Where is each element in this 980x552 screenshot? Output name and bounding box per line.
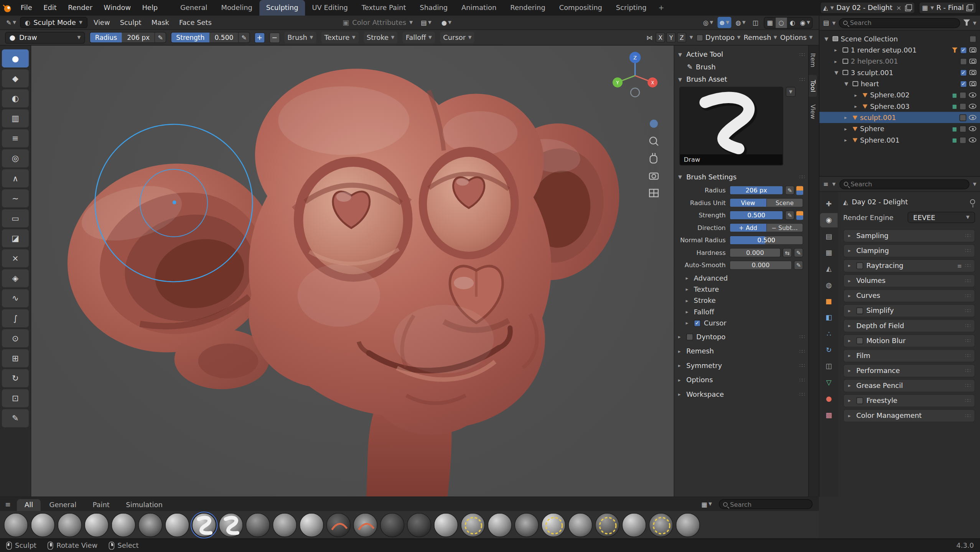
properties-tab[interactable]: ▽ [820, 375, 838, 389]
hide-eye-icon[interactable] [969, 126, 977, 131]
brush-selector-dropdown[interactable]: ● Draw ▼ [5, 31, 85, 43]
dyntopo-dropdown[interactable]: Dyntopo▼ [696, 33, 741, 41]
disclosure-triangle-icon[interactable] [824, 36, 830, 42]
topbar-menu-item[interactable]: Render [63, 0, 98, 16]
panel-header[interactable]: ▸Remesh∷∷ [674, 345, 808, 358]
properties-tab[interactable]: ▦ [820, 245, 838, 260]
brush-thumbnail[interactable] [326, 513, 351, 537]
direction-subtract-button[interactable]: − [269, 32, 280, 43]
3d-viewport[interactable]: Z Y X [31, 46, 674, 497]
exclude-checkbox[interactable] [959, 114, 966, 121]
tool-settings-dropdown[interactable]: Texture▼ [321, 32, 358, 43]
active-tool-section-header[interactable]: ▼Active Tool∷∷ [674, 48, 808, 61]
sculpt-tool-button[interactable]: ◎ [2, 149, 29, 167]
exclude-checkbox[interactable] [960, 69, 967, 76]
brush-thumbnail[interactable] [165, 513, 189, 537]
brush-thumbnail[interactable] [434, 513, 458, 537]
outliner-editor-icon[interactable]: ▤ [823, 20, 829, 26]
sculpt-tool-button[interactable]: ▭ [2, 209, 29, 227]
overlays-dropdown[interactable]: ◍▼ [734, 17, 748, 28]
panel-enable-checkbox[interactable] [856, 262, 863, 269]
brush-settings-section-header[interactable]: ▼Brush Settings∷∷ [674, 171, 808, 183]
properties-panel-header[interactable]: ▸ Curves ≡∷∷ [843, 289, 975, 302]
outliner-row[interactable]: Sphere ▦ [819, 123, 980, 134]
brush-thumbnail[interactable] [568, 513, 593, 537]
exclude-checkbox[interactable] [960, 58, 967, 65]
tool-settings-dropdown[interactable]: Stroke▼ [364, 32, 398, 43]
properties-panel-header[interactable]: ▸ Sampling ≡∷∷ [843, 229, 975, 242]
blender-logo-icon[interactable] [0, 3, 15, 13]
render-engine-dropdown[interactable]: EEVEE▼ [908, 212, 975, 223]
workspace-tab[interactable]: Animation [455, 0, 503, 16]
brush-thumbnail[interactable] [300, 513, 324, 537]
topbar-menu-item[interactable]: Window [98, 0, 137, 16]
sculpt-tool-button[interactable]: ⊞ [2, 349, 29, 367]
exclude-checkbox[interactable] [960, 80, 967, 87]
hardness-slider[interactable]: 0.000 [730, 248, 781, 257]
properties-panel-header[interactable]: ▸ Freestyle ≡∷∷ [843, 394, 975, 407]
brush-thumbnail[interactable] [31, 513, 55, 537]
disclosure-triangle-icon[interactable] [835, 58, 840, 64]
pan-hand-icon[interactable] [650, 153, 657, 163]
subpanel-header[interactable]: ▸Falloff [674, 306, 808, 317]
properties-tab[interactable]: ● [820, 392, 838, 406]
panel-header[interactable]: ▸Options∷∷ [674, 374, 808, 386]
new-scene-button[interactable] [905, 4, 912, 11]
brush-thumbnail[interactable] [488, 513, 512, 537]
sculpt-tool-button[interactable]: ⊙ [2, 329, 29, 347]
shelf-menu-icon[interactable]: ≡ [5, 500, 11, 508]
workspace-tab[interactable]: Modeling [214, 0, 259, 16]
header-menu-item[interactable]: Face Sets [174, 18, 217, 26]
workspace-tab[interactable]: General [173, 0, 214, 16]
subpanel-checkbox[interactable] [694, 320, 701, 327]
outliner-row[interactable]: Sphere.001 ▦ [819, 134, 980, 145]
remesh-dropdown[interactable]: Remesh▼ [744, 33, 777, 41]
direction-option[interactable]: + Add [730, 223, 766, 232]
grid-ortho-icon[interactable] [649, 189, 658, 197]
workspace-tab[interactable]: Sculpting [259, 0, 305, 16]
gizmo-toggle[interactable]: ⊕▼ [718, 17, 731, 28]
brush-thumbnail[interactable] [407, 513, 432, 537]
brush-asset-section-header[interactable]: ▼Brush Asset∷∷ [674, 73, 808, 86]
sculpt-tool-button[interactable]: ∧ [2, 169, 29, 187]
tool-settings-dropdown[interactable]: Cursor▼ [440, 32, 475, 43]
panel-header[interactable]: ▸Dyntopo∷∷ [674, 330, 808, 343]
radius-unit-option[interactable]: View [730, 199, 766, 207]
disclosure-triangle-icon[interactable] [845, 126, 850, 131]
sculpt-tool-button[interactable]: × [2, 249, 29, 267]
outliner-row[interactable]: 2 helpers.001 ▦ [819, 56, 980, 67]
radius-field[interactable]: Radius 206 px ✎ [89, 32, 166, 43]
shading-rendered-button[interactable]: ◉▼ [798, 17, 812, 28]
view-layer-selector[interactable]: ▦ ▼ R - Final [919, 2, 977, 14]
brush-thumbnail[interactable] [676, 513, 700, 537]
properties-tab[interactable]: ◭ [820, 262, 838, 276]
auto-smooth-pressure-icon[interactable]: ✎ [794, 261, 803, 270]
add-workspace-button[interactable]: + [653, 4, 669, 12]
subpanel-header[interactable]: ▸Cursor [674, 317, 808, 329]
mirror-axis-toggle[interactable]: X [656, 33, 665, 43]
brush-thumbnail[interactable] [4, 513, 28, 537]
asset-shelf-tab[interactable]: General [42, 499, 84, 511]
scene-selector[interactable]: ◭ ▼ Day 02 - Delight × [820, 2, 915, 14]
sculpt-tool-button[interactable]: ✎ [2, 409, 29, 427]
disclosure-triangle-icon[interactable] [845, 115, 850, 120]
subpanel-header[interactable]: ▸Texture [674, 284, 808, 295]
outliner-row[interactable]: Sphere.003 ▦ [819, 100, 980, 112]
new-view-layer-button[interactable] [966, 4, 973, 11]
properties-tab[interactable]: ∴ [820, 327, 838, 341]
brush-thumbnail[interactable] [84, 513, 109, 537]
header-menu-item[interactable]: Mask [147, 18, 174, 26]
asset-shelf-tab[interactable]: All [17, 499, 40, 511]
workspace-tab[interactable]: Compositing [552, 0, 609, 16]
camera-view-icon[interactable] [649, 173, 658, 179]
mirror-axis-toggle[interactable]: Y [666, 33, 675, 43]
unlink-scene-button[interactable]: × [895, 4, 903, 11]
radius-pressure-icon[interactable]: ✎ [155, 33, 165, 43]
subpanel-header[interactable]: ▸Advanced [674, 273, 808, 284]
workspace-tab[interactable]: Shading [413, 0, 455, 16]
sculpt-tool-button[interactable]: ∼ [2, 189, 29, 207]
zoom-icon[interactable] [650, 137, 658, 146]
properties-tab[interactable]: ◧ [820, 310, 838, 325]
properties-panel-header[interactable]: ▸ Grease Pencil ≡∷∷ [843, 379, 975, 392]
direction-add-button[interactable]: + [254, 32, 265, 43]
